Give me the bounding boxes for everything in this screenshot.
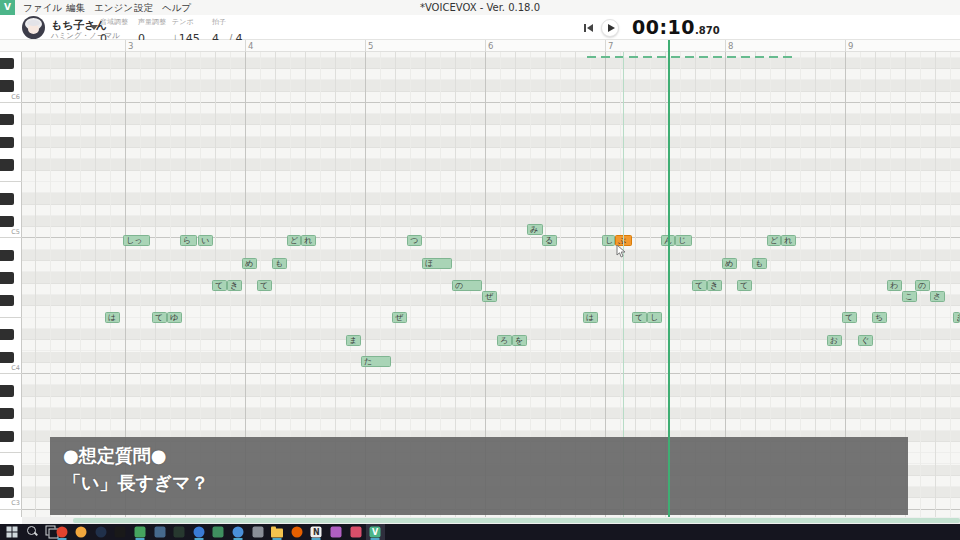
app-audio-editor[interactable] xyxy=(209,524,228,540)
note[interactable]: て xyxy=(152,312,167,323)
black-key-Fs4[interactable] xyxy=(0,295,22,306)
note[interactable]: さ xyxy=(930,291,945,302)
white-key-G5[interactable] xyxy=(0,148,22,159)
note[interactable]: め xyxy=(722,258,737,269)
note[interactable]: ど xyxy=(767,235,781,246)
black-key-Cs6[interactable] xyxy=(0,80,22,91)
app-video-editor[interactable] xyxy=(346,524,365,540)
app-voicevox[interactable]: V xyxy=(366,524,385,540)
black-key-Gs4[interactable] xyxy=(0,272,22,283)
grid-row-Gs4[interactable] xyxy=(22,272,960,283)
black-key-Cs5[interactable] xyxy=(0,216,22,227)
black-key-Ds3[interactable] xyxy=(0,465,22,476)
note[interactable]: の xyxy=(915,280,930,291)
white-key-G3[interactable] xyxy=(0,419,22,430)
grid-row-D4[interactable] xyxy=(22,340,960,351)
grid-row-Ds6[interactable] xyxy=(22,58,960,69)
grid-row-B5[interactable] xyxy=(22,103,960,114)
note[interactable]: ぜ xyxy=(482,291,497,302)
note[interactable]: を xyxy=(512,335,527,346)
grid-row-As5[interactable] xyxy=(22,114,960,125)
grid-row-Ds4[interactable] xyxy=(22,329,960,340)
note[interactable]: ち xyxy=(872,312,887,323)
search-button[interactable] xyxy=(22,524,41,540)
app-browser[interactable] xyxy=(228,524,247,540)
black-key-Ds6[interactable] xyxy=(0,58,22,69)
white-key-C3[interactable]: C3 xyxy=(0,498,22,509)
grid-row-F5[interactable] xyxy=(22,171,960,182)
piano-keyboard[interactable]: C6C5C4C3 xyxy=(0,52,22,517)
grid-row-E5[interactable] xyxy=(22,182,960,193)
note[interactable]: れ xyxy=(781,235,796,246)
grid-row-As3[interactable] xyxy=(22,385,960,396)
note[interactable]: ぐ xyxy=(858,335,873,346)
black-key-As5[interactable] xyxy=(0,114,22,125)
grid-row-A5[interactable] xyxy=(22,126,960,137)
note[interactable]: て xyxy=(632,312,647,323)
grid-row-Gs5[interactable] xyxy=(22,137,960,148)
app-obs[interactable] xyxy=(170,524,189,540)
note[interactable]: み xyxy=(527,224,543,235)
app-chrome[interactable] xyxy=(52,524,71,540)
note[interactable]: ま xyxy=(346,335,361,346)
grid-row-D6[interactable] xyxy=(22,69,960,80)
black-key-Fs5[interactable] xyxy=(0,159,22,170)
white-key-A5[interactable] xyxy=(0,126,22,137)
grid-row-Ds5[interactable] xyxy=(22,193,960,204)
grid-row-A3[interactable] xyxy=(22,397,960,408)
grid-row-Cs6[interactable] xyxy=(22,80,960,91)
play-button[interactable] xyxy=(601,19,619,37)
app-firefox[interactable] xyxy=(287,524,306,540)
app-media-player[interactable] xyxy=(111,524,130,540)
note[interactable]: じ xyxy=(675,235,692,246)
white-key-B2[interactable] xyxy=(0,510,22,517)
grid-row-G3[interactable] xyxy=(22,419,960,430)
note[interactable]: き xyxy=(953,312,960,323)
white-key-B4[interactable] xyxy=(0,239,22,250)
white-key-D4[interactable] xyxy=(0,340,22,351)
app-notepad[interactable]: N xyxy=(307,524,326,540)
grid-row-Cs4[interactable] xyxy=(22,352,960,363)
note[interactable]: つ xyxy=(407,235,422,246)
note[interactable]: い xyxy=(198,235,213,246)
grid-row-Gs3[interactable] xyxy=(22,408,960,419)
horizontal-scrollbar[interactable] xyxy=(22,517,960,524)
white-key-F4[interactable] xyxy=(0,306,22,317)
note[interactable]: た xyxy=(361,356,391,367)
white-key-F5[interactable] xyxy=(0,171,22,182)
white-key-C5[interactable]: C5 xyxy=(0,227,22,238)
black-key-As4[interactable] xyxy=(0,250,22,261)
note[interactable]: め xyxy=(242,258,257,269)
white-key-D3[interactable] xyxy=(0,476,22,487)
grid-row-D5[interactable] xyxy=(22,205,960,216)
note[interactable]: し xyxy=(602,235,615,246)
chevron-down-icon[interactable] xyxy=(90,25,98,30)
grid-row-B4[interactable] xyxy=(22,239,960,250)
note[interactable]: ゆ xyxy=(167,312,182,323)
grid-row-Cs5[interactable] xyxy=(22,216,960,227)
white-key-E4[interactable] xyxy=(0,318,22,329)
note[interactable]: き xyxy=(227,280,242,291)
black-key-Fs3[interactable] xyxy=(0,431,22,442)
white-key-A4[interactable] xyxy=(0,261,22,272)
note[interactable]: て xyxy=(212,280,227,291)
note[interactable]: し xyxy=(647,312,662,323)
black-key-Ds4[interactable] xyxy=(0,329,22,340)
note[interactable]: こ xyxy=(902,291,917,302)
note[interactable]: も xyxy=(272,258,287,269)
note[interactable]: ろ xyxy=(497,335,512,346)
grid-row-B3[interactable] xyxy=(22,374,960,385)
white-key-D6[interactable] xyxy=(0,69,22,80)
note[interactable]: る xyxy=(542,235,557,246)
app-vscode[interactable] xyxy=(150,524,169,540)
note[interactable]: ぜ xyxy=(392,312,407,323)
measure-ruler[interactable]: 3456789 xyxy=(0,40,960,52)
black-key-Gs3[interactable] xyxy=(0,408,22,419)
menu-settings[interactable]: 設定 xyxy=(128,0,159,15)
start-button[interactable] xyxy=(2,524,21,540)
note[interactable]: れ xyxy=(301,235,316,246)
white-key-C6[interactable]: C6 xyxy=(0,92,22,103)
playhead[interactable] xyxy=(668,40,670,517)
app-photos[interactable] xyxy=(326,524,345,540)
grid-row-C5[interactable] xyxy=(22,227,960,238)
